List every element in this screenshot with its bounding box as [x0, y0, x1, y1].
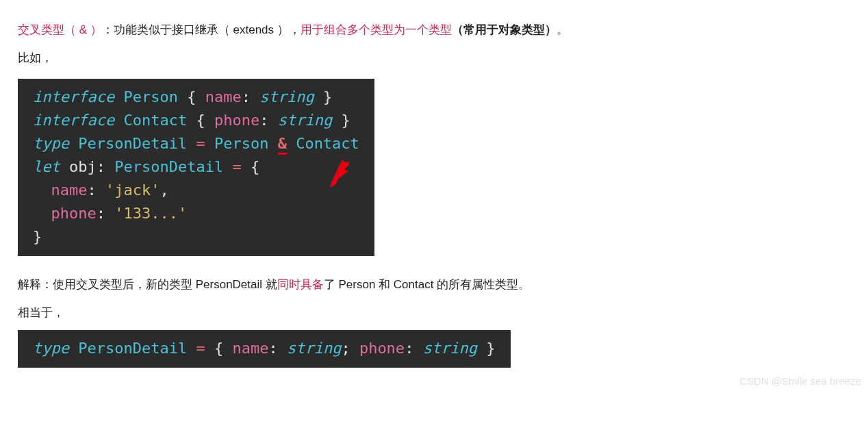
keyword-interface: interface	[33, 112, 114, 129]
explanation-line: 解释：使用交叉类型后，新的类型 PersonDetail 就同时具备了 Pers…	[18, 274, 850, 295]
code-block-1: interface Person { name: string } interf…	[18, 79, 374, 256]
prop-phone: phone	[51, 205, 97, 222]
prop-phone: phone	[350, 340, 405, 357]
type-contact: Contact	[114, 112, 187, 129]
equivalent-label: 相当于，	[18, 302, 850, 323]
prop-phone: phone	[214, 112, 259, 129]
var-obj: obj	[60, 158, 97, 175]
keyword-type: type	[33, 135, 69, 152]
prop-name: name	[51, 181, 88, 199]
description-line-1: 交叉类型（ & ）：功能类似于接口继承（ extends ），用于组合多个类型为…	[18, 19, 850, 40]
example-label: 比如，	[18, 47, 850, 68]
type-string: string	[278, 112, 332, 129]
type-string: string	[287, 340, 341, 357]
code-block-2: type PersonDetail = { name: string; phon…	[18, 330, 511, 367]
explain-highlight: 同时具备	[277, 278, 324, 291]
func-similar-text: ：功能类似于接口继承（ extends ），	[102, 23, 301, 36]
string-133: '133...'	[114, 205, 187, 222]
watermark: CSDN @Smile sea breeze	[739, 372, 861, 391]
intersection-type-label: 交叉类型	[18, 23, 64, 36]
type-string: string	[423, 340, 477, 357]
arrow-icon	[327, 157, 353, 189]
type-persondetail: PersonDetail	[69, 340, 196, 357]
prop-name: name	[205, 88, 242, 105]
amp-paren: （ & ）	[64, 23, 102, 36]
type-person: Person	[114, 88, 178, 105]
type-persondetail: PersonDetail	[69, 135, 196, 152]
intersection-operator: &	[278, 135, 287, 155]
period: 。	[557, 23, 568, 36]
combine-types-text: 用于组合多个类型为一个类型	[301, 23, 452, 36]
object-type-bold: （常用于对象类型）	[452, 23, 557, 36]
string-jack: 'jack'	[105, 181, 159, 199]
explain-suffix: 了 Person 和 Contact 的所有属性类型。	[324, 278, 530, 291]
type-string: string	[259, 88, 314, 105]
keyword-let: let	[33, 158, 60, 175]
keyword-type: type	[33, 340, 69, 357]
keyword-interface: interface	[33, 88, 114, 105]
prop-name: name	[232, 340, 268, 357]
equals-op: =	[196, 135, 205, 152]
explain-prefix: 解释：使用交叉类型后，新的类型 PersonDetail 就	[18, 278, 277, 291]
